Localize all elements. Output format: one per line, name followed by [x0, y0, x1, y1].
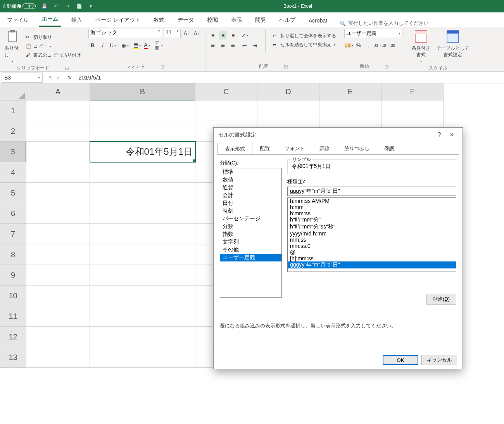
help-button[interactable]: ? — [433, 129, 445, 141]
type-item[interactable]: mm:ss.0 — [288, 243, 456, 249]
cell-A8[interactable] — [26, 244, 90, 265]
bold-button[interactable]: B — [88, 41, 97, 50]
cell-E1[interactable] — [319, 100, 381, 121]
cell-B6[interactable] — [90, 203, 195, 224]
tab-開発[interactable]: 開発 — [252, 14, 269, 27]
select-all-corner[interactable] — [0, 83, 26, 100]
align-right-button[interactable]: ≣ — [229, 41, 237, 50]
cell-B8[interactable] — [90, 244, 195, 265]
category-item[interactable]: 会計 — [220, 192, 281, 199]
cell-A4[interactable] — [26, 162, 90, 183]
category-item[interactable]: 数値 — [220, 176, 281, 184]
increase-font-button[interactable]: A↑ — [182, 29, 191, 38]
borders-button[interactable]: ▦ — [121, 41, 129, 50]
category-item[interactable]: その他 — [220, 246, 281, 254]
tab-Acrobat[interactable]: Acrobat — [306, 15, 330, 27]
align-top-button[interactable]: ≡ — [209, 31, 217, 40]
category-item[interactable]: ユーザー定義 — [220, 254, 281, 261]
autosave-toggle[interactable]: 自動保存 オフ — [2, 3, 36, 10]
cell-A10[interactable] — [26, 286, 90, 306]
increase-decimal-button[interactable]: .00→.0 — [375, 41, 383, 50]
cell-B12[interactable] — [90, 327, 195, 347]
fill-handle[interactable] — [193, 159, 195, 162]
align-center-button[interactable]: ≣ — [219, 41, 227, 50]
cell-D1[interactable] — [257, 100, 319, 121]
number-format-combo[interactable]: ユーザー定義▾ — [344, 29, 402, 38]
category-item[interactable]: 標準 — [220, 168, 281, 176]
fill-color-button[interactable]: ⬒ — [133, 41, 141, 50]
dialog-tab-塗りつぶし[interactable]: 塗りつぶし — [337, 142, 377, 154]
copy-button[interactable]: 📋コピー▾ — [25, 43, 82, 50]
qat-more-icon[interactable]: ▾ — [88, 3, 94, 9]
col-header-D[interactable]: D — [257, 83, 319, 100]
row-header-10[interactable]: 10 — [0, 286, 26, 306]
align-bottom-button[interactable]: ≡ — [229, 31, 237, 40]
cell-B3[interactable]: 令和01年5月1日 — [90, 142, 195, 162]
category-item[interactable]: 時刻 — [220, 207, 281, 215]
col-header-E[interactable]: E — [319, 83, 381, 100]
row-header-7[interactable]: 7 — [0, 224, 26, 244]
tell-me-search[interactable]: 🔍 実行したい作業を入力してください — [340, 20, 429, 27]
cancel-formula-icon[interactable]: ✕ — [48, 74, 52, 80]
row-header-5[interactable]: 5 — [0, 183, 26, 203]
cell-B13[interactable] — [90, 347, 195, 368]
decrease-indent-button[interactable]: ⇤ — [240, 41, 249, 50]
row-header-12[interactable]: 12 — [0, 327, 26, 347]
font-size-combo[interactable]: 11▾ — [164, 29, 181, 38]
alignment-dialog-launcher[interactable]: ◲ — [284, 64, 288, 69]
category-item[interactable]: 日付 — [220, 199, 281, 207]
underline-button[interactable]: U — [109, 41, 117, 50]
dialog-tab-配置[interactable]: 配置 — [252, 142, 277, 154]
cell-A11[interactable] — [26, 306, 90, 327]
type-input[interactable] — [287, 187, 456, 196]
category-item[interactable]: 指数 — [220, 230, 281, 238]
comma-button[interactable]: , — [364, 41, 373, 50]
row-header-2[interactable]: 2 — [0, 121, 26, 142]
dialog-tab-表示形式[interactable]: 表示形式 — [217, 143, 252, 155]
cell-A13[interactable] — [26, 347, 90, 368]
cell-C1[interactable] — [195, 100, 257, 121]
tab-挿入[interactable]: 挿入 — [68, 14, 85, 27]
delete-button[interactable]: 削除(D) — [426, 294, 456, 305]
tab-ページ レイアウト[interactable]: ページ レイアウト — [92, 14, 143, 27]
dialog-tab-罫線[interactable]: 罫線 — [312, 142, 337, 154]
cell-F1[interactable] — [381, 100, 444, 121]
row-header-3[interactable]: 3 — [0, 142, 26, 162]
font-color-button[interactable]: A — [143, 41, 151, 50]
redo-icon[interactable]: ↷ — [64, 3, 71, 9]
col-header-A[interactable]: A — [26, 83, 90, 100]
tab-ファイル[interactable]: ファイル — [4, 14, 32, 27]
save-icon[interactable]: 💾 — [41, 3, 47, 9]
row-header-4[interactable]: 4 — [0, 162, 26, 183]
align-middle-button[interactable]: ≡ — [219, 31, 227, 40]
merge-center-button[interactable]: ⬌セルを結合して中央揃え▾ — [272, 41, 337, 48]
orientation-button[interactable]: ⤢ — [240, 31, 249, 40]
wrap-text-button[interactable]: ↩折り返して全体を表示する — [272, 32, 337, 40]
row-header-6[interactable]: 6 — [0, 203, 26, 224]
category-item[interactable]: パーセンテージ — [220, 215, 281, 223]
format-as-table-button[interactable]: テーブルとして 書式設定 — [435, 29, 471, 64]
col-header-F[interactable]: F — [381, 83, 444, 100]
type-item[interactable]: h"時"mm"分"ss"秒" — [288, 223, 456, 230]
cell-B5[interactable] — [90, 183, 195, 203]
type-item[interactable]: @ — [288, 249, 456, 255]
paste-button[interactable]: 貼り付け ▾ — [3, 29, 22, 64]
cell-A5[interactable] — [26, 183, 90, 203]
formula-input[interactable]: 2019/5/1 — [74, 74, 504, 81]
type-item[interactable]: mm:ss — [288, 237, 456, 243]
fx-icon[interactable]: fx — [64, 74, 74, 80]
font-dialog-launcher[interactable]: ◲ — [161, 64, 164, 69]
tab-校閲[interactable]: 校閲 — [204, 14, 221, 27]
tab-表示[interactable]: 表示 — [228, 14, 245, 27]
accounting-format-button[interactable]: 💴 — [344, 41, 353, 50]
percent-button[interactable]: % — [354, 41, 363, 50]
cell-B10[interactable] — [90, 286, 195, 306]
row-header-8[interactable]: 8 — [0, 244, 26, 265]
type-listbox[interactable]: h:mm:ss AM/PMh:mmh:mm:ssh"時"mm"分"h"時"mm"… — [287, 197, 456, 272]
row-header-9[interactable]: 9 — [0, 265, 26, 286]
row-header-11[interactable]: 11 — [0, 306, 26, 327]
decrease-decimal-button[interactable]: .0→.00 — [385, 41, 393, 50]
undo-icon[interactable]: ↶ — [53, 3, 59, 9]
cut-button[interactable]: ✂切り取り — [25, 34, 82, 41]
publish-icon[interactable]: 📄 — [76, 3, 82, 9]
